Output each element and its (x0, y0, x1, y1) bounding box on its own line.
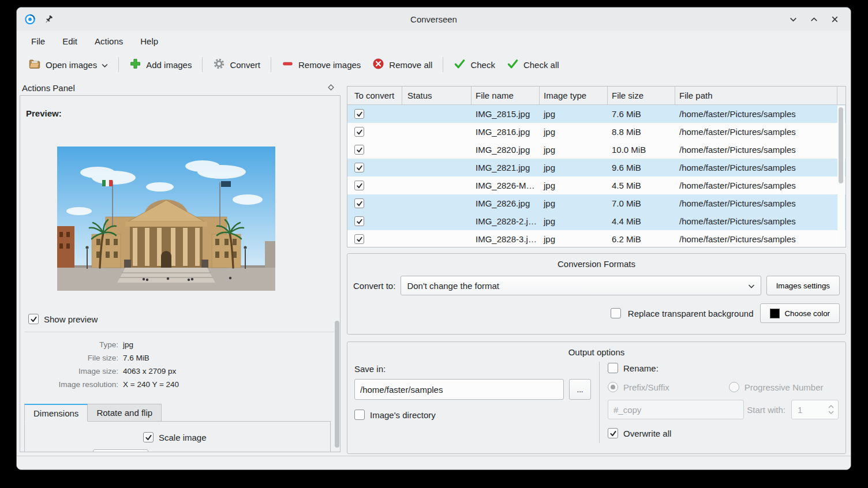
output-options-title: Output options (347, 347, 845, 357)
table-scrollbar[interactable] (837, 106, 845, 246)
menubar: File Edit Actions Help (17, 31, 851, 51)
menu-help[interactable]: Help (133, 33, 166, 50)
header-image-type[interactable]: Image type (540, 87, 608, 104)
row-convert-checkbox[interactable] (354, 234, 364, 244)
overwrite-all-checkbox[interactable] (608, 428, 618, 438)
cell-name: IMG_2815.jpg (472, 109, 540, 119)
row-convert-checkbox[interactable] (354, 163, 364, 172)
cell-size: 10.0 MiB (608, 145, 675, 155)
file-size-label: File size: (20, 354, 123, 362)
table-row[interactable]: IMG_2828-2.jpg jpg 4.4 MiB /home/faster/… (347, 212, 845, 230)
cell-size: 6.2 MiB (608, 234, 675, 244)
replace-background-label: Replace transparent background (628, 309, 754, 318)
add-images-button[interactable]: Add images (124, 54, 197, 76)
open-images-button[interactable]: Open images (23, 54, 114, 76)
tab-rotate-flip[interactable]: Rotate and flip (88, 404, 162, 422)
cell-name: IMG_2826.jpg (472, 198, 540, 208)
menu-actions[interactable]: Actions (87, 33, 130, 50)
resolution-label: Image resolution: (20, 380, 123, 389)
cell-path: /home/faster/Pictures/samples (675, 145, 845, 155)
maximize-icon[interactable] (808, 13, 820, 25)
browse-button[interactable]: ... (569, 379, 591, 400)
convert-button[interactable]: Convert (207, 54, 266, 76)
row-convert-checkbox[interactable] (354, 181, 364, 190)
show-preview-label: Show preview (44, 314, 98, 324)
spinner-down-icon[interactable] (828, 411, 834, 414)
images-directory-checkbox[interactable] (354, 410, 365, 420)
row-convert-checkbox[interactable] (354, 109, 364, 119)
remove-images-label: Remove images (298, 60, 361, 70)
minus-icon (282, 58, 294, 72)
close-icon[interactable] (829, 13, 840, 25)
table-scrollbar-handle[interactable] (839, 107, 843, 183)
remove-all-button[interactable]: Remove all (366, 54, 438, 76)
header-file-name[interactable]: File name (472, 87, 540, 104)
dock-float-icon[interactable] (327, 83, 335, 93)
cell-size: 4.5 MiB (608, 181, 675, 190)
cell-size: 4.4 MiB (608, 216, 675, 226)
cell-path: /home/faster/Pictures/samples (675, 234, 845, 244)
cell-path: /home/faster/Pictures/samples (675, 216, 845, 226)
table-row[interactable]: IMG_2815.jpg jpg 7.6 MiB /home/faster/Pi… (347, 105, 845, 123)
plus-icon (129, 58, 141, 72)
cell-path: /home/faster/Pictures/samples (675, 109, 845, 119)
table-row[interactable]: IMG_2828-3.jpg jpg 6.2 MiB /home/faster/… (347, 230, 845, 247)
scale-image-label: Scale image (159, 433, 207, 442)
check-all-button[interactable]: Check all (501, 54, 565, 76)
cell-name: IMG_2816.jpg (472, 127, 540, 137)
cell-size: 8.8 MiB (608, 127, 675, 137)
header-to-convert[interactable]: To convert (347, 87, 402, 104)
overwrite-all-label: Overwrite all (623, 429, 671, 438)
table-row[interactable]: IMG_2820.jpg jpg 10.0 MiB /home/faster/P… (347, 141, 845, 159)
show-preview-checkbox[interactable] (28, 314, 39, 324)
cell-name: IMG_2826-Mo... (472, 181, 540, 190)
preview-image (57, 147, 275, 291)
cell-path: /home/faster/Pictures/samples (675, 181, 845, 190)
menu-file[interactable]: File (24, 33, 53, 50)
remove-images-button[interactable]: Remove images (276, 54, 366, 76)
actions-panel-body: Preview: (20, 95, 341, 452)
dock-scrollbar[interactable] (335, 321, 339, 448)
images-settings-button[interactable]: Images settings (766, 276, 840, 295)
table-row[interactable]: IMG_2826.jpg jpg 7.0 MiB /home/faster/Pi… (347, 194, 845, 212)
check-button[interactable]: Check (448, 54, 501, 76)
app-icon (24, 13, 36, 25)
titlebar[interactable]: Converseen (17, 7, 851, 31)
menu-edit[interactable]: Edit (55, 33, 85, 50)
remove-all-label: Remove all (389, 60, 432, 70)
progressive-number-radio[interactable] (729, 382, 739, 392)
convert-to-label: Convert to: (353, 281, 395, 291)
table-row[interactable]: IMG_2821.jpg jpg 9.6 MiB /home/faster/Pi… (347, 159, 845, 177)
rename-pattern-input[interactable] (608, 400, 744, 419)
header-status[interactable]: Status (402, 87, 472, 104)
resolution-value: X = 240 Y = 240 (123, 380, 179, 389)
row-convert-checkbox[interactable] (354, 216, 364, 226)
main-panel: To convert Status File name Image type F… (347, 86, 846, 456)
cell-path: /home/faster/Pictures/samples (675, 127, 845, 137)
format-combobox[interactable]: Don't change the format (401, 276, 761, 295)
header-file-size[interactable]: File size (608, 87, 675, 104)
pin-icon[interactable] (43, 13, 54, 25)
choose-color-button[interactable]: Choose color (760, 303, 840, 323)
table-row[interactable]: IMG_2826-Mo... jpg 4.5 MiB /home/faster/… (347, 177, 845, 194)
start-with-spinner[interactable]: 1 (791, 400, 839, 419)
width-input[interactable] (93, 449, 148, 452)
row-convert-checkbox[interactable] (354, 145, 364, 155)
rename-checkbox[interactable] (608, 363, 618, 373)
cell-type: jpg (540, 198, 608, 208)
images-directory-label: Image's directory (370, 410, 436, 420)
minimize-icon[interactable] (787, 13, 799, 25)
tab-dimensions[interactable]: Dimensions (24, 404, 88, 422)
cell-name: IMG_2821.jpg (472, 163, 540, 172)
save-in-input[interactable] (354, 379, 564, 400)
scale-image-checkbox[interactable] (143, 432, 154, 442)
prefix-suffix-radio[interactable] (608, 382, 618, 392)
row-convert-checkbox[interactable] (354, 198, 364, 208)
folder-open-icon (28, 58, 41, 72)
replace-background-checkbox[interactable] (611, 308, 621, 318)
spinner-up-icon[interactable] (828, 405, 834, 408)
row-convert-checkbox[interactable] (354, 127, 364, 137)
header-file-path[interactable]: File path (675, 87, 837, 104)
table-row[interactable]: IMG_2816.jpg jpg 8.8 MiB /home/faster/Pi… (347, 123, 845, 141)
cell-type: jpg (540, 109, 608, 119)
